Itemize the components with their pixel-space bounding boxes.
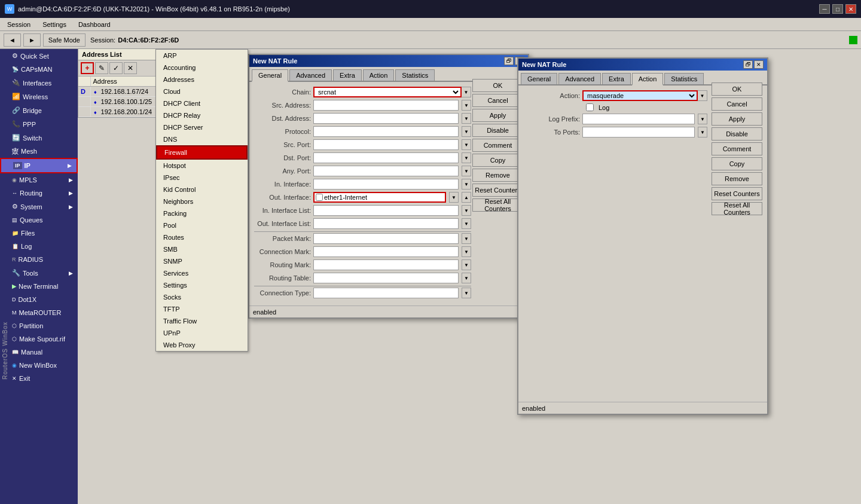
- log-checkbox[interactable]: [586, 103, 594, 111]
- any-port-input[interactable]: [313, 166, 459, 176]
- to-ports-dropdown[interactable]: ▼: [698, 127, 707, 138]
- submenu-kid-control[interactable]: Kid Control: [156, 184, 248, 196]
- submenu-packing[interactable]: Packing: [156, 207, 248, 219]
- sidebar-item-capsman[interactable]: 📡 CAPsMAN: [0, 63, 78, 76]
- nat1-comment-button[interactable]: Comment: [472, 139, 523, 152]
- sidebar-item-system[interactable]: ⚙ System ▶: [0, 200, 78, 213]
- sidebar-item-interfaces[interactable]: 🔌 Interfaces: [0, 76, 78, 90]
- sidebar-item-new-terminal[interactable]: ▶ New Terminal: [0, 280, 78, 293]
- properties-button[interactable]: ✎: [95, 62, 108, 74]
- nat2-disable-button[interactable]: Disable: [712, 127, 762, 140]
- action-dropdown-btn[interactable]: ▼: [698, 90, 707, 101]
- tab-advanced-2[interactable]: Advanced: [558, 73, 601, 84]
- action-select[interactable]: masquerade: [582, 90, 698, 101]
- tab-statistics-2[interactable]: Statistics: [664, 73, 704, 84]
- nat1-ok-button[interactable]: OK: [472, 79, 523, 92]
- back-button[interactable]: ◄: [4, 33, 21, 47]
- routing-mark-input[interactable]: [313, 259, 459, 270]
- sidebar-item-radius[interactable]: R RADIUS: [0, 253, 78, 266]
- submenu-settings[interactable]: Settings: [156, 279, 248, 291]
- routing-table-input[interactable]: [313, 273, 459, 283]
- sidebar-item-wireless[interactable]: 📶 Wireless: [0, 90, 78, 103]
- nat1-remove-button[interactable]: Remove: [472, 169, 523, 182]
- tab-action-1[interactable]: Action: [363, 69, 395, 81]
- dst-address-input[interactable]: [313, 113, 459, 124]
- close-button[interactable]: ✕: [845, 4, 856, 14]
- chain-select[interactable]: srcnat: [313, 87, 462, 97]
- out-iface-list-input[interactable]: [313, 218, 459, 229]
- submenu-upnp[interactable]: UPnP: [156, 327, 248, 339]
- submenu-neighbors[interactable]: Neighbors: [156, 196, 248, 207]
- out-interface-checkbox[interactable]: [316, 194, 323, 201]
- out-if-dropdown-2[interactable]: ▲: [462, 192, 471, 203]
- in-if-dropdown[interactable]: ▼: [462, 179, 471, 190]
- submenu-accounting[interactable]: Accounting: [156, 62, 248, 74]
- routing-table-dropdown[interactable]: ▼: [462, 273, 471, 283]
- delete-button[interactable]: ✕: [124, 62, 137, 74]
- log-prefix-input[interactable]: [582, 114, 695, 124]
- tab-action-2[interactable]: Action: [632, 73, 664, 85]
- submenu-dns[interactable]: DNS: [156, 133, 248, 145]
- nat2-copy-button[interactable]: Copy: [712, 157, 762, 170]
- submenu-services[interactable]: Services: [156, 267, 248, 279]
- nat2-close-button[interactable]: ✕: [754, 60, 764, 69]
- nat2-cancel-button[interactable]: Cancel: [712, 97, 762, 111]
- connection-type-input[interactable]: [313, 288, 459, 298]
- submenu-dhcp-server[interactable]: DHCP Server: [156, 121, 248, 133]
- connection-mark-dropdown[interactable]: ▼: [462, 246, 471, 257]
- nat2-ok-button[interactable]: OK: [712, 83, 762, 96]
- sidebar-item-mesh[interactable]: 🕸 Mesh: [0, 145, 78, 158]
- out-if-dropdown-1[interactable]: ▼: [449, 192, 459, 203]
- menu-settings[interactable]: Settings: [38, 20, 71, 29]
- sidebar-item-switch[interactable]: 🔄 Switch: [0, 131, 78, 145]
- dst-port-input[interactable]: [313, 152, 459, 163]
- tab-statistics-1[interactable]: Statistics: [395, 69, 435, 81]
- sidebar-item-mpls[interactable]: ◉ MPLS ▶: [0, 173, 78, 187]
- nat2-comment-button[interactable]: Comment: [712, 142, 762, 155]
- any-port-dropdown[interactable]: ▼: [462, 166, 471, 176]
- menu-dashboard[interactable]: Dashboard: [74, 20, 115, 29]
- connection-mark-input[interactable]: [313, 246, 459, 257]
- submenu-ipsec[interactable]: IPsec: [156, 172, 248, 184]
- add-address-button[interactable]: +: [81, 62, 94, 74]
- protocol-dropdown[interactable]: ▼: [462, 126, 471, 137]
- submenu-web-proxy[interactable]: Web Proxy: [156, 339, 248, 351]
- forward-button[interactable]: ►: [23, 33, 41, 47]
- sidebar-item-files[interactable]: 📁 Files: [0, 227, 78, 240]
- sidebar-item-routing[interactable]: ↔ Routing ▶: [0, 187, 78, 200]
- sidebar-item-ppp[interactable]: 📞 PPP: [0, 117, 78, 131]
- submenu-socks[interactable]: Socks: [156, 291, 248, 303]
- submenu-arp[interactable]: ARP: [156, 50, 248, 62]
- nat1-restore-button[interactable]: 🗗: [504, 57, 514, 65]
- nat1-reset-all-counters-button[interactable]: Reset All Counters: [472, 198, 523, 212]
- submenu-cloud[interactable]: Cloud: [156, 85, 248, 97]
- nat1-cancel-button[interactable]: Cancel: [472, 94, 523, 107]
- src-port-input[interactable]: [313, 139, 459, 150]
- minimize-button[interactable]: ─: [819, 4, 830, 14]
- safe-mode-button[interactable]: Safe Mode: [43, 33, 86, 47]
- menu-session[interactable]: Session: [2, 20, 35, 29]
- nat2-remove-button[interactable]: Remove: [712, 172, 762, 185]
- in-iface-list-input[interactable]: [313, 205, 459, 216]
- packet-mark-dropdown[interactable]: ▼: [462, 233, 471, 244]
- src-port-dropdown[interactable]: ▼: [462, 139, 471, 150]
- sidebar-item-bridge[interactable]: 🔗 Bridge: [0, 103, 78, 117]
- nat1-copy-button[interactable]: Copy: [472, 154, 523, 167]
- tab-general-2[interactable]: General: [521, 73, 557, 84]
- chain-dropdown-btn[interactable]: ▼: [462, 87, 471, 97]
- packet-mark-input[interactable]: [313, 233, 459, 244]
- sidebar-item-dot1x[interactable]: D Dot1X: [0, 293, 78, 306]
- routing-mark-dropdown[interactable]: ▼: [462, 259, 471, 270]
- nat2-reset-all-counters-button[interactable]: Reset All Counters: [712, 202, 762, 215]
- tab-advanced-1[interactable]: Advanced: [289, 69, 332, 81]
- submenu-routes[interactable]: Routes: [156, 231, 248, 243]
- dst-port-dropdown[interactable]: ▼: [462, 152, 471, 163]
- src-address-input[interactable]: [313, 100, 459, 111]
- to-ports-input[interactable]: [582, 127, 695, 138]
- submenu-traffic-flow[interactable]: Traffic Flow: [156, 315, 248, 327]
- sidebar-item-quickset[interactable]: ⚙ Quick Set: [0, 49, 78, 63]
- submenu-addresses[interactable]: Addresses: [156, 74, 248, 85]
- submenu-hotspot[interactable]: Hotspot: [156, 160, 248, 172]
- sidebar-item-tools[interactable]: 🔧 Tools ▶: [0, 266, 78, 280]
- tab-extra-2[interactable]: Extra: [602, 73, 631, 84]
